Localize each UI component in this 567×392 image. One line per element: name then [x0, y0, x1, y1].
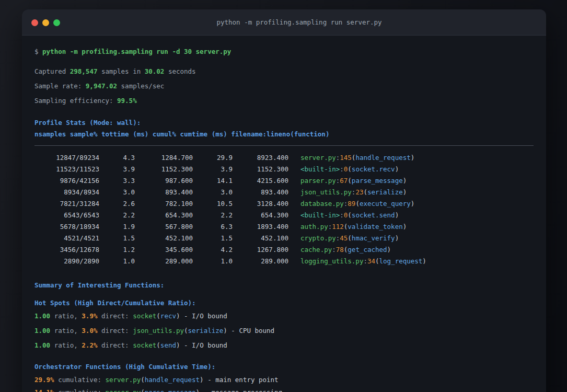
hot-spot-line: 1.00 ratio, 3.0% direct: json_utils.py(s…: [34, 326, 534, 336]
target-name: socket: [133, 341, 156, 349]
colon-separator: :: [340, 211, 344, 219]
function-reference: logging_utils.py:34(log_request): [300, 257, 426, 265]
ratio-value: 1.00: [34, 327, 50, 335]
table-row: 7821/312842.6782.10010.53128.400database…: [34, 198, 534, 210]
close-paren: ): [403, 223, 407, 230]
stats-column-headers: nsamples sample% tottime (ms) cumul% cum…: [34, 129, 534, 139]
sample-pct-value: 1.5: [99, 233, 135, 244]
function-name: validate_token: [348, 223, 402, 230]
nsamples-value: 4521/4521: [34, 233, 99, 244]
close-paren: ): [395, 165, 399, 173]
function-name: serialize: [188, 327, 224, 335]
file-name: auth.py: [300, 223, 328, 230]
target-name: socket: [133, 312, 156, 320]
stats-table: 12847/892344.31284.70029.98923.400server…: [34, 152, 534, 267]
close-paren: ): [223, 327, 227, 335]
cumtime-value: 654.300: [233, 210, 288, 221]
target-name: parser.py: [105, 388, 141, 392]
file-name: json_utils.py: [300, 188, 352, 196]
cumulative-label: cumulative:: [54, 376, 106, 384]
title-bar[interactable]: python -m profiling.sampling run server.…: [22, 9, 546, 36]
close-icon[interactable]: [31, 19, 38, 26]
function-name: handle_request: [355, 154, 410, 162]
table-row: 2890/28901.0289.0001.0289.000logging_uti…: [34, 256, 534, 267]
sample-pct-value: 4.3: [99, 152, 135, 164]
close-paren: ): [395, 211, 399, 219]
function-name: log_request: [379, 257, 423, 265]
cumtime-value: 8923.400: [233, 152, 288, 164]
summary-heading: Summary of Interesting Functions:: [34, 280, 534, 290]
ratio-label: ratio,: [50, 341, 82, 349]
line-number: 89: [348, 200, 355, 207]
file-name: cache.py: [300, 246, 332, 253]
tottime-value: 987.600: [135, 175, 193, 187]
file-name: database.py: [300, 200, 344, 207]
function-name: parse_message: [145, 388, 196, 392]
sample-pct-value: 2.6: [99, 198, 135, 210]
close-paren: ): [411, 200, 415, 207]
terminal-window: python -m profiling.sampling run server.…: [22, 9, 546, 392]
open-paren: (: [375, 257, 379, 265]
orchestrator-list: 29.9% cumulative: server.py(handle_reque…: [34, 375, 534, 392]
ratio-label: ratio,: [50, 312, 82, 320]
efficiency-line: Sampling efficiency: 99.5%: [34, 96, 534, 106]
cumul-pct-value: 2.2: [193, 210, 233, 221]
line-number: 145: [340, 154, 352, 162]
function-name: handle_request: [145, 376, 200, 384]
tottime-value: 1152.300: [135, 164, 193, 175]
open-paren: (: [141, 388, 145, 392]
line-number: 78: [336, 246, 344, 253]
close-paren: ): [411, 154, 415, 162]
file-name: parser.py: [300, 177, 336, 185]
captured-line: Captured 298,547 samples in 30.02 second…: [34, 66, 534, 76]
table-row: 5678/189341.9567.8006.31893.400auth.py:1…: [34, 221, 534, 233]
terminal-output[interactable]: $ python -m profiling.sampling run -d 30…: [22, 36, 546, 392]
cumtime-value: 1152.300: [233, 164, 288, 175]
cumulative-pct-value: 14.1%: [34, 388, 54, 392]
nsamples-value: 12847/89234: [34, 152, 99, 164]
function-name: send: [160, 341, 176, 349]
cumtime-value: 3128.400: [233, 198, 288, 210]
function-name: parse_message: [352, 177, 403, 185]
maximize-icon[interactable]: [53, 19, 60, 26]
sample-pct-value: 3.0: [99, 187, 135, 198]
tottime-value: 1284.700: [135, 152, 193, 164]
function-name: execute_query: [360, 200, 411, 207]
line-number: 34: [367, 257, 375, 265]
cumtime-value: 1893.400: [233, 221, 288, 233]
command-text: python -m profiling.sampling run -d 30 s…: [42, 48, 231, 55]
minimize-icon[interactable]: [42, 19, 49, 26]
open-paren: (: [363, 188, 367, 196]
function-name: hmac_verify: [352, 234, 395, 242]
cumul-pct-value: 6.3: [193, 221, 233, 233]
cumulative-label: cumulative:: [54, 388, 106, 392]
orchestrator-heading: Orchestrator Functions (High Cumulative …: [34, 362, 534, 372]
open-paren: (: [156, 341, 160, 349]
close-paren: ): [403, 188, 407, 196]
function-name: get_cached: [348, 246, 387, 253]
tottime-value: 654.300: [135, 210, 193, 221]
cumul-pct-value: 14.1: [193, 175, 233, 187]
ratio-value: 1.00: [34, 341, 50, 349]
close-paren: ): [422, 257, 426, 265]
captured-label: Captured: [34, 67, 66, 75]
open-paren: (: [184, 327, 188, 335]
cumtime-value: 893.400: [233, 187, 288, 198]
sample-pct-value: 2.2: [99, 210, 135, 221]
function-name: socket.send: [352, 211, 395, 219]
nsamples-value: 6543/6543: [34, 210, 99, 221]
direct-pct-value: 3.0%: [82, 327, 97, 335]
direct-pct-value: 3.9%: [82, 312, 97, 320]
nsamples-value: 9876/42156: [34, 175, 99, 187]
command-line: $ python -m profiling.sampling run -d 30…: [34, 47, 534, 56]
table-row: 6543/65432.2654.3002.2654.300<built-in>:…: [34, 210, 534, 221]
tottime-value: 567.800: [135, 221, 193, 233]
direct-label: direct:: [97, 312, 133, 320]
colon-separator: :: [340, 165, 344, 173]
file-name: <built-in>: [300, 211, 340, 219]
function-reference: parser.py:67(parse_message): [300, 177, 407, 185]
open-paren: (: [348, 211, 352, 219]
bound-note: - I/O bound: [180, 312, 227, 320]
nsamples-value: 3456/12678: [34, 244, 99, 256]
close-paren: ): [403, 177, 407, 185]
